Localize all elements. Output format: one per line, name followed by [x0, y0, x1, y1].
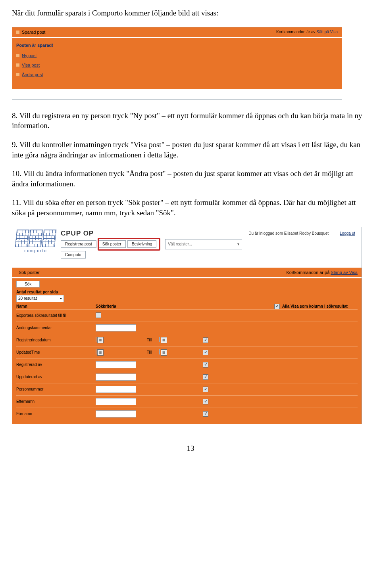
col-all-visa: Alla Visa som kolumn i sökresultat — [282, 304, 348, 308]
nav-search-posts[interactable]: Sök poster — [98, 240, 126, 248]
square-icon — [16, 31, 19, 34]
search-row: Registreringsdatum▦Till▦ — [16, 334, 358, 346]
search-row-label: Efternamn — [16, 399, 96, 404]
date-from-input[interactable] — [96, 349, 96, 354]
criteria-input[interactable] — [96, 398, 136, 405]
date-from-input[interactable] — [96, 337, 96, 342]
comporto-logo: comporto — [14, 230, 58, 260]
panel-header: Sparad post Kortkommandon är av Sätt på … — [12, 27, 342, 37]
grid-icon — [29, 230, 43, 247]
paragraph-9: 9. Vill du kontroller inmatningen tryck … — [12, 140, 369, 160]
shortcuts-prefix: Kortkommandon är på — [286, 270, 331, 275]
results-per-page-value: 20 resultat — [18, 296, 37, 301]
calendar-icon[interactable]: ▦ — [161, 337, 167, 343]
show-column-checkbox[interactable] — [203, 350, 208, 355]
calendar-icon[interactable]: ▦ — [161, 349, 167, 356]
search-row-label: Personnummer — [16, 387, 96, 391]
results-per-page-select[interactable]: 20 resultat ▾ — [16, 295, 64, 302]
criteria-input[interactable] — [96, 324, 136, 331]
app-header: comporto CPUP OP Du är inloggad som Elis… — [12, 227, 362, 263]
search-row: Uppdaterad av — [16, 371, 358, 383]
logo-text: comporto — [24, 249, 47, 253]
intro-paragraph: När ditt formulär sparats i Comporto kom… — [12, 8, 369, 18]
show-column-checkbox[interactable] — [203, 337, 208, 343]
app-title: CPUP OP — [61, 230, 94, 237]
date-to-input[interactable] — [159, 349, 160, 354]
criteria-input[interactable] — [96, 410, 136, 418]
chevron-down-icon: ▾ — [60, 296, 62, 301]
search-row-label: Ändringskommentar — [16, 326, 96, 330]
search-button[interactable]: Sök — [16, 281, 40, 287]
shortcuts-toggle-link[interactable]: Stäng av Visa — [331, 270, 358, 275]
calendar-icon[interactable]: ▦ — [97, 337, 104, 343]
search-row: Exportera sökresultatet till fil — [16, 309, 358, 322]
saved-message: Posten är sparad! — [16, 43, 338, 48]
saved-post-screenshot: Sparad post Kortkommandon är av Sätt på … — [12, 27, 342, 100]
show-post-link[interactable]: Visa post — [22, 63, 40, 67]
register-select[interactable]: Välj register... ▾ — [165, 239, 242, 249]
search-row-label: Uppdaterad av — [16, 375, 96, 379]
search-row-label: Registrerad av — [16, 362, 96, 367]
export-checkbox[interactable] — [96, 312, 101, 318]
nav-row: Registrera post Sök poster Beskrivning V… — [61, 239, 358, 249]
paragraph-10: 10. Vill du ändra informationen tryck "Ä… — [12, 169, 369, 189]
search-row: Förnamn — [16, 408, 358, 420]
register-select-value: Välj register... — [168, 242, 192, 246]
chevron-down-icon: ▾ — [237, 242, 239, 246]
search-row: Registrerad av — [16, 358, 358, 371]
logged-in-as: Du är inloggad som Elisabet Rodby Bousqu… — [248, 231, 329, 236]
results-per-page-label: Antal resultat per sida — [16, 290, 58, 294]
new-post-link[interactable]: Ny post — [22, 53, 37, 58]
till-label: Till — [139, 338, 159, 342]
show-column-checkbox[interactable] — [203, 399, 208, 404]
paragraph-11: 11. Vill du söka efter en person tryck "… — [12, 197, 369, 218]
search-row-label: UpdatedTime — [16, 350, 96, 354]
search-panel-header: Sök poster Kortkommandon är på Stäng av … — [12, 268, 362, 277]
search-row-label: Registreringsdatum — [16, 338, 96, 342]
col-name: Namn — [16, 304, 96, 308]
search-row-label: Förnamn — [16, 412, 96, 416]
date-to-input[interactable] — [159, 337, 160, 342]
panel-title: Sparad post — [22, 30, 45, 34]
all-visa-checkbox[interactable] — [274, 304, 280, 309]
show-column-checkbox[interactable] — [203, 387, 208, 392]
page-number: 13 — [12, 444, 369, 453]
grid-icon — [15, 230, 30, 247]
show-column-checkbox[interactable] — [203, 362, 208, 368]
search-row-label: Exportera sökresultatet till fil — [16, 313, 96, 318]
search-panel-title: Sök poster — [19, 270, 40, 275]
show-column-checkbox[interactable] — [203, 411, 208, 417]
grid-icon — [42, 230, 57, 247]
nav-description[interactable]: Beskrivning — [127, 240, 157, 248]
show-column-checkbox[interactable] — [203, 374, 208, 380]
search-row: Personnummer — [16, 383, 358, 395]
search-posts-screenshot: comporto CPUP OP Du är inloggad som Elis… — [12, 227, 362, 424]
square-icon — [16, 73, 19, 76]
search-row: Efternamn — [16, 395, 358, 408]
square-icon — [16, 63, 19, 67]
edit-post-link[interactable]: Ändra post — [22, 72, 43, 77]
search-row: Ändringskommentar — [16, 322, 358, 334]
shortcuts-toggle-link[interactable]: Sätt på Visa — [316, 30, 338, 34]
criteria-input[interactable] — [96, 373, 136, 381]
calendar-icon[interactable]: ▦ — [97, 349, 104, 356]
nav-computo[interactable]: Computo — [61, 251, 86, 259]
shortcuts-prefix: Kortkommandon är av — [276, 30, 316, 34]
square-icon — [16, 54, 19, 57]
col-criteria: Sökkriteria — [96, 304, 139, 308]
criteria-input[interactable] — [96, 386, 136, 393]
till-label: Till — [139, 350, 159, 354]
search-row: UpdatedTime▦Till▦ — [16, 346, 358, 358]
nav-register-post[interactable]: Registrera post — [61, 240, 96, 248]
paragraph-8: 8. Vill du registrera en ny person tryck… — [12, 111, 369, 131]
logout-link[interactable]: Logga ut — [340, 231, 355, 236]
criteria-input[interactable] — [96, 361, 136, 368]
